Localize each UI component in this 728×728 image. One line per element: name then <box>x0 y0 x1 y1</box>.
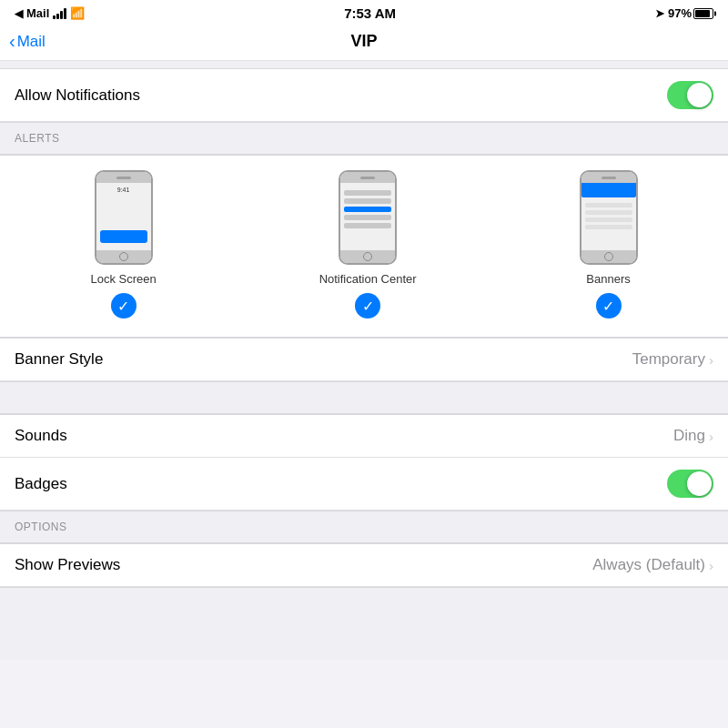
phone-top-bar-b <box>581 172 636 183</box>
sounds-row[interactable]: Sounds Ding › <box>0 414 728 458</box>
allow-notifications-label: Allow Notifications <box>15 86 140 105</box>
show-previews-chevron: › <box>709 558 713 573</box>
status-right: ➤ 97% <box>655 6 713 20</box>
banners-screen <box>581 183 636 250</box>
phone-speaker-b <box>602 177 616 179</box>
lockscreen-banner <box>100 230 147 243</box>
banners-checkmark: ✓ <box>602 298 614 315</box>
banners-phone <box>580 170 638 265</box>
status-time: 7:53 AM <box>344 5 396 21</box>
alerts-section-header: ALERTS <box>0 122 728 155</box>
banners-check: ✓ <box>596 293 622 318</box>
bottom-spacer <box>0 587 728 660</box>
options-label: OPTIONS <box>15 521 67 533</box>
page-title: VIP <box>350 32 377 51</box>
carrier-label: Mail <box>26 6 49 20</box>
options-section-header: OPTIONS <box>0 511 728 543</box>
lock-screen-checkmark: ✓ <box>117 298 129 315</box>
mid-spacer <box>0 381 728 414</box>
phone-speaker-nc <box>360 177 375 179</box>
phone-bottom-bar-nc <box>340 250 395 263</box>
nc-line-2 <box>344 198 391 204</box>
banner-style-row[interactable]: Banner Style Temporary › <box>0 338 728 381</box>
lock-screen-phone: 9:41 <box>95 170 153 265</box>
alerts-label: ALERTS <box>15 132 59 145</box>
bs-line-3 <box>585 217 632 222</box>
badges-toggle[interactable] <box>667 470 713 498</box>
lock-screen-screen: 9:41 <box>96 183 151 250</box>
notification-center-checkmark: ✓ <box>362 298 374 315</box>
notification-center-check: ✓ <box>355 293 380 318</box>
nc-lines <box>340 183 395 236</box>
banners-option[interactable]: Banners ✓ <box>580 170 638 318</box>
lock-screen-option[interactable]: 9:41 Lock Screen ✓ <box>90 170 156 318</box>
banner-top <box>581 183 636 197</box>
phone-home-ls <box>119 252 128 261</box>
nc-line-1 <box>344 190 391 196</box>
banners-label: Banners <box>586 272 630 286</box>
alerts-container: 9:41 Lock Screen ✓ <box>0 155 728 338</box>
status-bar: ◀ Mail 📶 7:53 AM ➤ 97% <box>0 0 728 25</box>
bs-line-2 <box>585 210 632 215</box>
location-icon: ➤ <box>655 7 664 20</box>
badges-row: Badges <box>0 458 728 511</box>
phone-top-bar-nc <box>340 172 395 183</box>
status-left: ◀ Mail 📶 <box>15 6 85 20</box>
phone-home-b <box>604 252 613 261</box>
nc-line-3 <box>344 215 391 220</box>
back-label: Mail <box>17 33 46 51</box>
phone-bottom-bar-ls <box>96 250 151 263</box>
sounds-value: Ding <box>673 427 705 445</box>
phone-bottom-bar-b <box>581 250 636 263</box>
lock-screen-label: Lock Screen <box>90 272 156 286</box>
lockscreen-time: 9:41 <box>96 187 151 193</box>
show-previews-value-container: Always (Default) › <box>592 556 713 574</box>
chevron-back-icon: ◀ <box>15 7 23 20</box>
show-previews-value: Always (Default) <box>592 556 705 574</box>
battery-percent: 97% <box>668 6 692 20</box>
allow-notifications-row: Allow Notifications <box>0 68 728 122</box>
lock-screen-check: ✓ <box>111 293 136 318</box>
notification-center-phone <box>339 170 397 265</box>
phone-speaker-ls <box>116 177 131 179</box>
bs-line-1 <box>585 203 632 207</box>
battery-icon <box>693 8 713 19</box>
top-spacer <box>0 61 728 68</box>
banner-style-value-container: Temporary › <box>632 350 713 369</box>
phone-home-nc <box>363 252 372 261</box>
sounds-value-container: Ding › <box>673 427 713 445</box>
battery: 97% <box>668 6 713 20</box>
notification-center-option[interactable]: Notification Center ✓ <box>319 170 417 318</box>
phone-top-bar-ls <box>96 172 151 183</box>
notification-center-screen <box>340 183 395 250</box>
sounds-label: Sounds <box>15 427 67 445</box>
show-previews-row[interactable]: Show Previews Always (Default) › <box>0 543 728 587</box>
nav-bar: ‹ Mail VIP <box>0 25 728 61</box>
back-chevron-icon: ‹ <box>9 31 15 52</box>
nc-line-4 <box>344 223 391 228</box>
nc-line-blue <box>344 207 391 212</box>
banner-style-chevron: › <box>709 352 713 368</box>
sounds-chevron: › <box>709 429 713 444</box>
badges-label: Badges <box>15 475 67 493</box>
signal-bars <box>53 8 66 19</box>
show-previews-label: Show Previews <box>15 556 120 574</box>
bs-line-4 <box>585 225 632 229</box>
alert-options: 9:41 Lock Screen ✓ <box>0 170 728 318</box>
back-button[interactable]: ‹ Mail <box>9 31 46 52</box>
banner-style-value: Temporary <box>632 350 705 369</box>
wifi-icon: 📶 <box>70 6 85 20</box>
notification-center-label: Notification Center <box>319 272 417 286</box>
allow-notifications-toggle[interactable] <box>667 81 713 109</box>
banner-style-label: Banner Style <box>15 350 103 369</box>
